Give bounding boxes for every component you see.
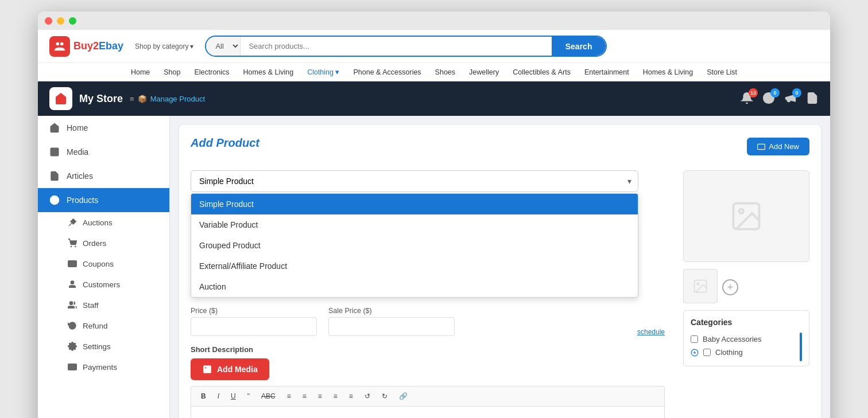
add-image-circle[interactable]: + [722, 279, 738, 295]
nav-homes-living2[interactable]: Homes & Living [643, 68, 693, 76]
dropdown-option-variable[interactable]: Variable Product [191, 214, 638, 235]
product-type-select-wrap: Simple Product Variable Product Grouped … [191, 170, 638, 192]
dropdown-option-grouped[interactable]: Grouped Product [191, 235, 638, 256]
sale-price-label: Sale Price ($) [328, 307, 455, 315]
editor-area[interactable] [191, 406, 665, 418]
sidebar-item-coupons[interactable]: Coupons [38, 253, 169, 274]
maximize-btn[interactable] [69, 17, 76, 25]
editor-strikethrough[interactable]: ABC [257, 390, 280, 403]
nav-electronics[interactable]: Electronics [194, 68, 229, 76]
price-group: Price ($) [191, 307, 317, 336]
nav-clothing[interactable]: Clothing ▾ [307, 68, 339, 76]
dropdown-option-auction[interactable]: Auction [191, 276, 638, 297]
breadcrumb-manage-product[interactable]: Manage Product [150, 95, 205, 103]
sidebar-item-staff[interactable]: Staff [38, 295, 169, 315]
sidebar-label-articles: Articles [67, 171, 93, 181]
svg-point-5 [52, 150, 53, 151]
sidebar-item-payments[interactable]: Payments [38, 357, 169, 377]
nav-shoes[interactable]: Shoes [435, 68, 455, 76]
document-icon-wrap[interactable] [806, 92, 819, 106]
store-header: My Store ≡ 📦 Manage Product 13 0 0 [38, 81, 830, 116]
bell-icon-wrap[interactable]: 13 [741, 92, 753, 106]
sale-price-group: Sale Price ($) [328, 307, 455, 336]
search-input[interactable] [241, 37, 551, 56]
editor-italic[interactable]: I [214, 390, 223, 403]
category-clothing-icon [691, 349, 699, 357]
categories-title: Categories [691, 318, 802, 327]
box-icon: 📦 [138, 95, 147, 103]
question-icon-wrap[interactable]: 0 [762, 92, 775, 106]
editor-bold[interactable]: B [197, 390, 210, 403]
sidebar-item-settings[interactable]: Settings [38, 336, 169, 357]
sidebar-label-refund: Refund [83, 322, 108, 330]
editor-underline[interactable]: U [227, 390, 240, 403]
sidebar-item-home[interactable]: Home [38, 116, 169, 140]
svg-rect-19 [758, 144, 765, 149]
search-filter-select[interactable]: All [206, 37, 241, 56]
nav-homes-living[interactable]: Homes & Living [243, 68, 294, 76]
sidebar-item-customers[interactable]: Customers [38, 274, 169, 295]
nav-home[interactable]: Home [131, 68, 150, 76]
main-card: Add Product Add New Simple Product Vari [179, 125, 821, 418]
shop-by-category[interactable]: Shop by category ▾ [135, 42, 193, 50]
minimize-btn[interactable] [57, 17, 64, 25]
editor-redo[interactable]: ↻ [378, 390, 392, 403]
price-input[interactable] [191, 317, 317, 336]
megaphone-icon-wrap[interactable]: 0 [784, 92, 797, 106]
editor-toolbar: B I U " ABC ≡ ≡ ≡ ≡ ≡ ↺ ↻ 🔗 [191, 386, 665, 406]
dropdown-option-external[interactable]: External/Affiliate Product [191, 256, 638, 276]
sidebar-item-orders[interactable]: Orders [38, 233, 169, 253]
search-button[interactable]: Search [552, 37, 606, 56]
page-title: Add Product [191, 136, 259, 150]
nav-collectibles[interactable]: Collectibles & Arts [513, 68, 571, 76]
sidebar-item-refund[interactable]: Refund [38, 315, 169, 336]
nav-entertainment[interactable]: Entertainment [584, 68, 629, 76]
store-name: My Store [79, 93, 123, 105]
product-type-select[interactable]: Simple Product Variable Product Grouped … [191, 170, 638, 192]
content-area: Add Product Add New Simple Product Vari [170, 116, 830, 418]
sidebar: Home Media Articles Products Auctions Or… [38, 116, 170, 418]
mac-titlebar [38, 11, 830, 30]
editor-ol[interactable]: ≡ [299, 390, 311, 403]
sidebar-label-products: Products [67, 196, 98, 205]
sidebar-item-media[interactable]: Media [38, 140, 169, 164]
nav-store-list[interactable]: Store List [707, 68, 737, 76]
categories-scrollbar [800, 333, 802, 361]
category-baby-checkbox[interactable] [691, 335, 698, 343]
category-clothing-checkbox[interactable] [703, 349, 711, 356]
category-baby-label: Baby Accessories [703, 335, 762, 343]
svg-point-14 [71, 281, 73, 284]
editor-link[interactable]: 🔗 [395, 390, 412, 403]
svg-point-15 [69, 302, 72, 304]
sidebar-item-articles[interactable]: Articles [38, 164, 169, 188]
sidebar-item-products[interactable]: Products [38, 188, 169, 212]
nav-jewellery[interactable]: Jewellery [469, 68, 499, 76]
main-image-placeholder [683, 170, 809, 262]
sidebar-label-payments: Payments [83, 363, 117, 372]
schedule-link[interactable]: schedule [637, 328, 665, 336]
search-bar: All Search [205, 36, 607, 57]
add-media-button[interactable]: Add Media [191, 358, 269, 380]
editor-quote[interactable]: " [243, 390, 254, 403]
short-description-label: Short Description [191, 345, 665, 354]
close-btn[interactable] [45, 17, 52, 25]
breadcrumb: ≡ 📦 Manage Product [130, 95, 205, 103]
dropdown-option-simple[interactable]: Simple Product [191, 194, 638, 214]
svg-line-9 [69, 223, 72, 226]
breadcrumb-list-icon: ≡ [130, 95, 134, 103]
sidebar-label-auctions: Auctions [83, 218, 113, 227]
editor-align-left[interactable]: ≡ [314, 390, 326, 403]
editor-align-right[interactable]: ≡ [345, 390, 357, 403]
logo: Buy2Ebay [49, 36, 123, 57]
editor-undo[interactable]: ↺ [361, 390, 374, 403]
sale-price-input[interactable] [328, 317, 455, 336]
nav-shop[interactable]: Shop [164, 68, 180, 76]
editor-align-center[interactable]: ≡ [330, 390, 342, 403]
logo-icon [49, 36, 70, 57]
svg-rect-17 [68, 364, 77, 370]
nav-phone[interactable]: Phone & Accessories [353, 68, 421, 76]
editor-ul[interactable]: ≡ [283, 390, 295, 403]
svg-point-25 [697, 283, 699, 285]
sidebar-item-auctions[interactable]: Auctions [38, 212, 169, 233]
add-new-button[interactable]: Add New [747, 138, 809, 155]
